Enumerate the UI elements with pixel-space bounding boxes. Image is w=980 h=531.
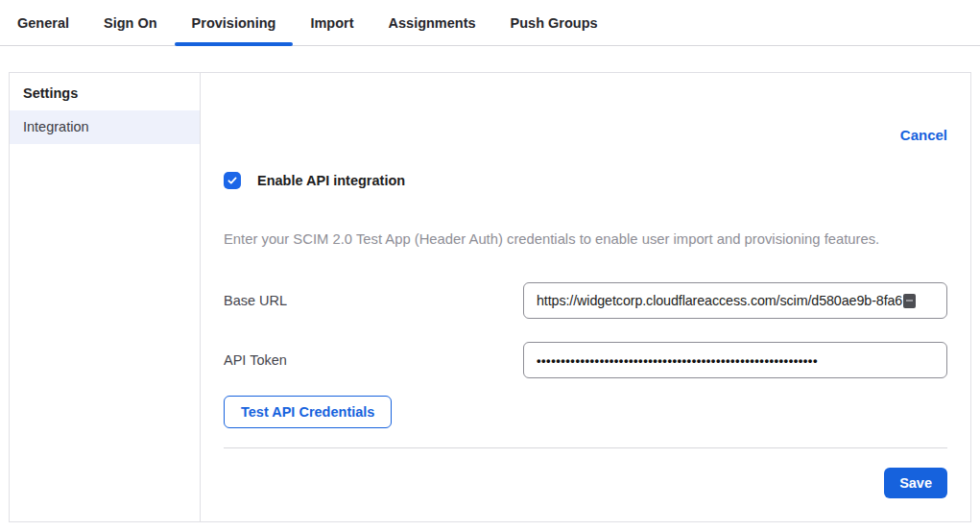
- provisioning-panel: Settings Integration Cancel Enable API i…: [9, 72, 971, 522]
- checkmark-icon: [227, 175, 238, 186]
- api-token-row: API Token: [224, 342, 947, 378]
- tab-push-groups[interactable]: Push Groups: [493, 0, 615, 45]
- base-url-label: Base URL: [224, 293, 287, 308]
- cancel-link[interactable]: Cancel: [900, 127, 947, 143]
- input-overflow-selection: [903, 294, 916, 308]
- credentials-description: Enter your SCIM 2.0 Test App (Header Aut…: [224, 231, 947, 247]
- test-api-credentials-button[interactable]: Test API Credentials: [224, 396, 392, 428]
- save-row: Save: [224, 468, 947, 498]
- save-button[interactable]: Save: [884, 468, 947, 498]
- tab-general[interactable]: General: [0, 0, 86, 45]
- tab-sign-on[interactable]: Sign On: [86, 0, 175, 45]
- test-credentials-row: Test API Credentials: [224, 396, 947, 428]
- tab-assignments[interactable]: Assignments: [371, 0, 493, 45]
- integration-settings-form: Cancel Enable API integration Enter your…: [201, 73, 970, 521]
- cancel-row: Cancel: [224, 127, 947, 143]
- api-token-label: API Token: [224, 352, 287, 368]
- sidebar-item-integration[interactable]: Integration: [10, 110, 200, 144]
- settings-sidebar: Settings Integration: [10, 73, 201, 521]
- app-tab-bar: General Sign On Provisioning Import Assi…: [0, 0, 980, 46]
- enable-api-label: Enable API integration: [257, 173, 405, 188]
- base-url-input[interactable]: https://widgetcorp.cloudflareaccess.com/…: [523, 282, 947, 319]
- tab-provisioning[interactable]: Provisioning: [175, 0, 294, 45]
- enable-api-row: Enable API integration: [224, 172, 947, 189]
- base-url-value: https://widgetcorp.cloudflareaccess.com/…: [537, 293, 902, 308]
- api-token-input[interactable]: [523, 342, 947, 378]
- footer-divider: [224, 447, 947, 448]
- tab-import[interactable]: Import: [293, 0, 370, 45]
- sidebar-header-settings: Settings: [10, 77, 200, 110]
- base-url-row: Base URL https://widgetcorp.cloudflareac…: [224, 282, 947, 319]
- enable-api-checkbox[interactable]: [224, 172, 241, 189]
